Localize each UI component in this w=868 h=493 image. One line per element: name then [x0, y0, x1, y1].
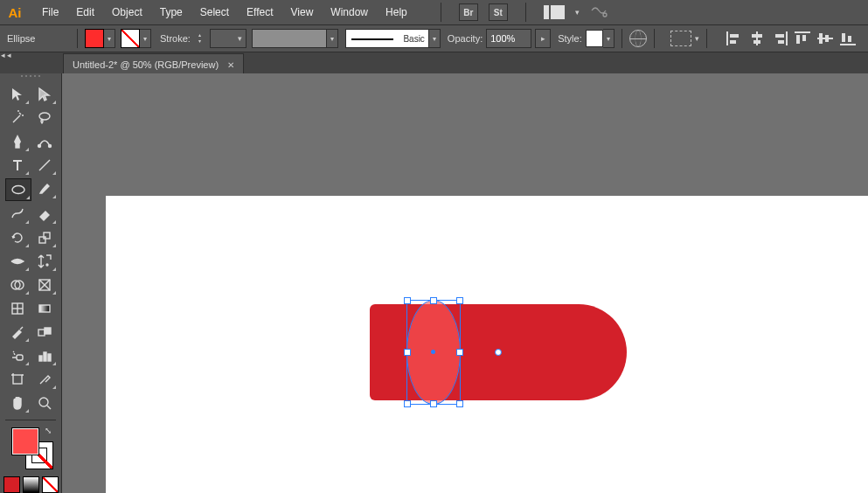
close-icon[interactable]: ✕ — [227, 60, 234, 70]
chevron-down-icon[interactable]: ▾ — [104, 29, 115, 48]
menu-view[interactable]: View — [282, 0, 323, 24]
align-h-center-icon[interactable] — [749, 31, 765, 45]
svg-point-9 — [46, 264, 48, 266]
width-tool[interactable] — [5, 251, 30, 272]
resize-handle-sw[interactable] — [404, 400, 411, 407]
fill-color-icon — [85, 29, 104, 48]
rotate-tool[interactable] — [5, 227, 30, 248]
stroke-swatch[interactable]: ▾ — [121, 29, 151, 48]
fill-swatch-large[interactable] — [11, 427, 39, 455]
color-mode-none[interactable] — [42, 476, 59, 493]
blend-tool[interactable] — [32, 322, 57, 343]
stroke-weight-dropdown[interactable]: ▾ — [210, 29, 247, 48]
menu-select[interactable]: Select — [191, 0, 238, 24]
svg-rect-7 — [39, 237, 45, 243]
resize-handle-n[interactable] — [430, 297, 437, 304]
slice-tool[interactable] — [32, 369, 57, 390]
shape-builder-tool[interactable] — [5, 274, 30, 295]
fill-swatch[interactable]: ▾ — [85, 29, 115, 48]
style-label[interactable]: Style: — [558, 33, 582, 44]
opacity-group: Opacity: 100% ▸ — [448, 29, 551, 48]
resize-handle-s[interactable] — [430, 400, 437, 407]
resize-handle-nw[interactable] — [404, 297, 411, 304]
panel-grip[interactable] — [17, 75, 44, 80]
zoom-tool[interactable] — [32, 392, 57, 413]
panel-collapse-handle[interactable]: ◂◂ — [0, 51, 14, 63]
menu-effect[interactable]: Effect — [238, 0, 281, 24]
resize-handle-w[interactable] — [404, 349, 411, 356]
brush-definition-dropdown[interactable]: Basic — [345, 29, 429, 48]
pencil-tool[interactable] — [5, 204, 30, 225]
resize-handle-e[interactable] — [456, 349, 463, 356]
eraser-tool[interactable] — [32, 204, 57, 225]
chevron-down-icon[interactable]: ▾ — [695, 34, 699, 43]
selection-tool[interactable] — [5, 84, 30, 105]
recolor-artwork-icon[interactable] — [629, 30, 647, 47]
line-segment-tool[interactable] — [32, 155, 57, 176]
svg-rect-8 — [44, 233, 50, 239]
chevron-down-icon[interactable]: ▾ — [575, 8, 580, 17]
direct-selection-tool[interactable] — [32, 84, 57, 105]
magic-wand-tool[interactable] — [5, 108, 30, 128]
chevron-down-icon[interactable]: ▾ — [140, 29, 151, 48]
pen-tool[interactable] — [5, 131, 30, 152]
gradient-tool[interactable] — [32, 298, 57, 319]
eyedropper-tool[interactable] — [5, 322, 30, 343]
canvas-area[interactable] — [61, 73, 868, 493]
stroke-label[interactable]: Stroke: — [160, 33, 191, 44]
paintbrush-tool[interactable] — [32, 178, 57, 199]
menu-object[interactable]: Object — [103, 0, 151, 24]
menu-file[interactable]: File — [33, 0, 67, 24]
align-v-center-icon[interactable] — [817, 31, 833, 45]
stroke-color-icon — [121, 29, 140, 48]
bridge-button[interactable]: Br — [459, 3, 478, 21]
fill-stroke-control[interactable]: ⤡ — [11, 427, 50, 466]
color-mode-solid[interactable] — [3, 476, 20, 493]
curvature-tool[interactable] — [32, 131, 57, 152]
menu-help[interactable]: Help — [377, 0, 416, 24]
resize-handle-ne[interactable] — [456, 297, 463, 304]
pie-widget[interactable] — [495, 349, 502, 356]
svg-point-29 — [39, 398, 48, 406]
align-top-icon[interactable] — [795, 31, 810, 45]
type-tool[interactable] — [5, 155, 30, 176]
chevron-down-icon[interactable]: ▾ — [429, 29, 441, 48]
hand-tool[interactable] — [5, 392, 30, 413]
stroke-weight-spinner[interactable]: ▴▾ — [194, 30, 206, 47]
align-right-icon[interactable] — [772, 31, 788, 45]
chevron-down-icon[interactable]: ▾ — [603, 29, 615, 48]
mesh-tool[interactable] — [5, 298, 30, 319]
selected-ellipse[interactable] — [407, 301, 460, 404]
align-left-icon[interactable] — [726, 31, 742, 45]
menu-type[interactable]: Type — [151, 0, 191, 24]
resize-handle-se[interactable] — [456, 400, 463, 407]
color-mode-gradient[interactable] — [23, 476, 39, 493]
stock-button[interactable]: St — [489, 3, 508, 21]
column-graph-tool[interactable] — [32, 345, 57, 366]
artboard-tool[interactable] — [5, 369, 30, 390]
document-tab[interactable]: Untitled-2* @ 50% (RGB/Preview) ✕ — [63, 53, 244, 75]
chevron-down-icon[interactable]: ▾ — [327, 29, 338, 48]
lasso-tool[interactable] — [32, 108, 57, 128]
center-point[interactable] — [431, 350, 435, 354]
variable-width-profile[interactable] — [252, 29, 327, 48]
menu-edit[interactable]: Edit — [67, 0, 103, 24]
swap-fill-stroke-icon[interactable]: ⤡ — [45, 426, 52, 435]
ellipse-tool[interactable] — [5, 178, 31, 201]
separator — [525, 3, 526, 22]
scale-tool[interactable] — [32, 227, 57, 248]
free-transform-tool[interactable] — [32, 251, 57, 272]
opacity-input[interactable]: 100% — [486, 29, 531, 48]
align-bottom-icon[interactable] — [840, 31, 856, 45]
chevron-down-icon: ▾ — [238, 34, 242, 43]
align-to-button[interactable] — [670, 31, 691, 46]
arrange-documents-button[interactable] — [544, 5, 565, 19]
graphic-style-swatch[interactable] — [586, 30, 603, 47]
opacity-flyout[interactable]: ▸ — [535, 29, 551, 48]
gpu-preview-icon[interactable] — [590, 3, 608, 21]
symbol-sprayer-tool[interactable] — [5, 345, 30, 366]
perspective-grid-tool[interactable] — [32, 274, 57, 295]
separator — [77, 29, 78, 48]
opacity-label[interactable]: Opacity: — [448, 33, 483, 44]
menu-window[interactable]: Window — [322, 0, 377, 24]
